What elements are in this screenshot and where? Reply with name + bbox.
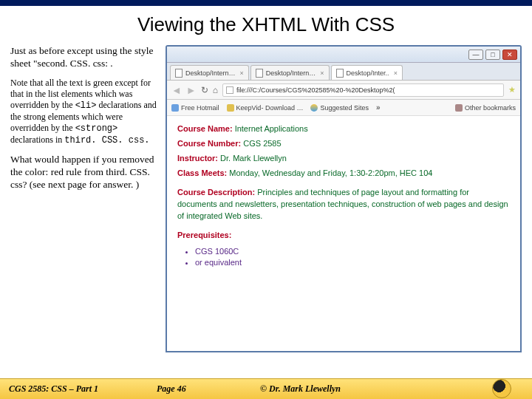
para-question: What would happen if you removed the col…: [10, 154, 158, 191]
back-icon[interactable]: ◄: [171, 84, 182, 96]
content-row: Just as before except using the style sh…: [0, 45, 532, 352]
note-text-c: declarations in: [10, 134, 64, 145]
value: Internet Applications: [233, 124, 308, 133]
tab-strip: Desktop/Intern…× Desktop/Intern…× Deskto…: [167, 63, 520, 81]
tab-2[interactable]: Desktop/Intern…×: [250, 65, 330, 80]
close-icon[interactable]: ×: [240, 69, 244, 77]
footer-page: Page 46: [157, 383, 260, 395]
tab-1-label: Desktop/Intern…: [185, 69, 236, 77]
prereq-list: CGS 1060C or equivalent: [177, 246, 510, 270]
code-li: <li>: [75, 100, 97, 111]
slide-title: Viewing the XHTML With CSS: [0, 13, 532, 36]
list-item: or equivalent: [195, 257, 510, 269]
para-intro: Just as before except using the style sh…: [10, 45, 158, 70]
favicon-icon: [310, 104, 318, 112]
footer-left: CGS 2585: CSS – Part 1: [9, 383, 157, 395]
label: Course Name:: [177, 124, 233, 133]
reload-icon[interactable]: ↻: [201, 85, 208, 95]
page-content: Course Name: Internet Applications Cours…: [167, 116, 520, 276]
file-icon: [226, 86, 233, 94]
footer-copyright: © Dr. Mark Llewellyn: [260, 383, 523, 395]
row-instructor: Instructor: Dr. Mark Llewellyn: [177, 153, 510, 165]
label: Course Description:: [177, 188, 255, 197]
slide-footer: CGS 2585: CSS – Part 1 Page 46 © Dr. Mar…: [0, 378, 532, 399]
overflow-chevron-icon[interactable]: »: [376, 103, 381, 112]
minimize-button[interactable]: —: [468, 50, 483, 60]
label: Instructor:: [177, 154, 218, 163]
value: CGS 2585: [241, 139, 281, 148]
row-class-meets: Class Meets: Monday, Wednesday and Frida…: [177, 168, 510, 180]
bm-label: Suggested Sites: [320, 104, 369, 112]
tab-1[interactable]: Desktop/Intern…×: [170, 65, 249, 80]
home-icon[interactable]: ⌂: [213, 85, 218, 95]
bookmark-keepvid[interactable]: KeepVid- Download …: [227, 104, 304, 112]
tab-3-label: Desktop/Inter..: [347, 69, 389, 77]
bm-label: KeepVid- Download …: [236, 104, 304, 112]
list-item: CGS 1060C: [195, 246, 510, 258]
close-icon[interactable]: ×: [394, 69, 398, 77]
browser-window: — □ ✕ Desktop/Intern…× Desktop/Intern…× …: [166, 45, 522, 352]
page-icon: [256, 69, 263, 78]
close-button[interactable]: ✕: [502, 50, 517, 60]
bookmarks-bar: Free Hotmail KeepVid- Download … Suggest…: [167, 100, 520, 116]
bookmark-free-hotmail[interactable]: Free Hotmail: [171, 104, 219, 112]
page-icon: [175, 69, 183, 78]
bookmark-suggested[interactable]: Suggested Sites: [310, 104, 369, 112]
label: Prerequisites:: [177, 231, 231, 239]
row-description: Course Description: Principles and techn…: [177, 187, 510, 222]
maximize-button[interactable]: □: [485, 50, 500, 60]
slide-top-bar: [0, 0, 532, 6]
ucf-logo-icon: [492, 379, 511, 398]
label: Course Number:: [177, 139, 241, 148]
close-icon[interactable]: ×: [320, 69, 324, 77]
forward-icon[interactable]: ►: [186, 84, 197, 96]
label: Class Meets:: [177, 168, 227, 177]
tab-2-label: Desktop/Intern…: [266, 69, 316, 77]
row-course-name: Course Name: Internet Applications: [177, 123, 510, 135]
page-icon: [336, 69, 344, 78]
bm-label: Free Hotmail: [181, 104, 219, 112]
row-course-number: Course Number: CGS 2585: [177, 138, 510, 150]
bm-label: Other bookmarks: [465, 104, 516, 112]
url-field[interactable]: file:///C:/Courses/CGS%202585%20-%20Desk…: [222, 83, 504, 97]
row-prereq: Prerequisites:: [177, 230, 510, 242]
value: Monday, Wednesday and Friday, 1:30-2:20p…: [227, 168, 432, 177]
left-column: Just as before except using the style sh…: [10, 45, 158, 352]
window-titlebar: — □ ✕: [167, 47, 520, 63]
address-bar: ◄ ► ↻ ⌂ file:///C:/Courses/CGS%202585%20…: [167, 81, 520, 100]
url-text: file:///C:/Courses/CGS%202585%20-%20Desk…: [236, 86, 395, 94]
tab-3-active[interactable]: Desktop/Inter.. ×: [331, 65, 403, 80]
bookmark-star-icon[interactable]: ★: [508, 85, 516, 95]
para-note: Note that all the text is green except f…: [10, 78, 158, 146]
favicon-icon: [227, 104, 234, 112]
code-strong: <strong>: [75, 123, 118, 134]
code-thirdcss: third. CSS. css.: [64, 135, 149, 146]
other-bookmarks[interactable]: Other bookmarks: [455, 104, 516, 112]
folder-icon: [455, 104, 463, 112]
favicon-icon: [171, 104, 179, 112]
value: Dr. Mark Llewellyn: [218, 154, 287, 163]
